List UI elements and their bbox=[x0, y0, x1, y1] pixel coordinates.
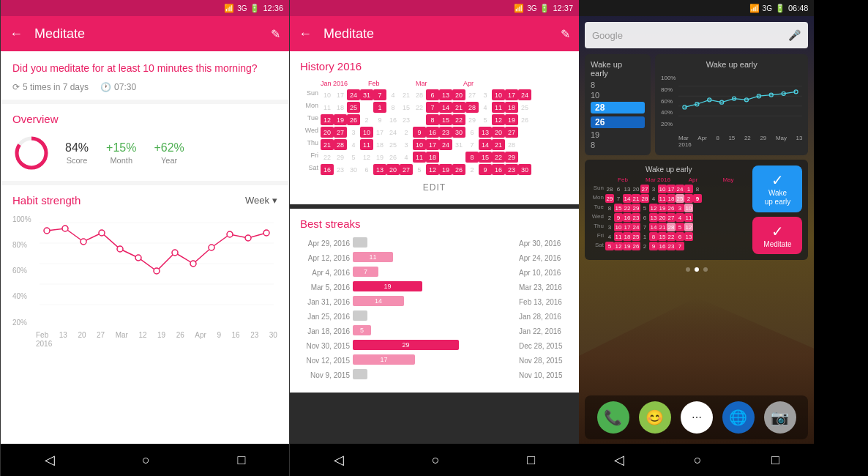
history-title: History 2016 bbox=[300, 60, 569, 72]
home-nav-3[interactable]: ○ bbox=[688, 447, 708, 474]
app-title-2: Meditate bbox=[323, 26, 561, 42]
back-button-2[interactable]: ← bbox=[299, 26, 312, 42]
streak-row-4: Mar 5, 2016 19 Mar 23, 2016 bbox=[300, 281, 569, 293]
svg-point-15 bbox=[190, 261, 196, 267]
svg-point-18 bbox=[245, 235, 251, 241]
wake-chart-widget: Wake up early 100% 80% 60% 40% 20% bbox=[655, 54, 808, 155]
month-label: Month bbox=[106, 156, 136, 165]
svg-point-19 bbox=[263, 230, 269, 236]
cal-row-3: Tue 12 19 26 2 9 16 23 8 15 22 29 5 12 1… bbox=[300, 114, 569, 125]
cal-widget-section: Wake up early Feb Mar 2016 Apr May Sun 2… bbox=[579, 160, 814, 260]
panel-1: 📶 3G 🔋 12:36 ← Meditate ✎ Did you medita… bbox=[0, 0, 289, 476]
question-meta: ⟳ 5 times in 7 days 🕐 07:30 bbox=[12, 82, 277, 92]
cal-row-6: Fri 22 29 5 12 19 26 4 11 18 8 15 22 29 bbox=[300, 152, 569, 163]
chart-area-3: 100% 80% 60% 40% 20% bbox=[661, 72, 802, 133]
cal-w-row-fri: Fri 4 11 18 25 1 8 15 22 6 13 bbox=[591, 232, 747, 241]
streak-row-10: Nov 9, 2015 Nov 10, 2015 bbox=[300, 369, 569, 381]
year-label: Year bbox=[154, 156, 184, 165]
svg-point-8 bbox=[62, 226, 68, 231]
phone-dock-icon[interactable]: 📞 bbox=[597, 401, 629, 434]
recents-nav-2[interactable]: □ bbox=[521, 447, 541, 474]
edit-button-2[interactable]: ✎ bbox=[561, 27, 570, 41]
cal-row-5: Thu 21 28 4 11 18 25 3 10 17 24 31 7 14 … bbox=[300, 139, 569, 150]
signal-3g-1: 3G bbox=[237, 4, 247, 12]
page-dot-1 bbox=[686, 267, 690, 272]
meditate-app-button[interactable]: ✓ Meditate bbox=[752, 217, 802, 254]
svg-point-10 bbox=[99, 230, 105, 236]
p3-content: 📶 3G 🔋 06:48 Google 🎤 Wake upearly 8 10 … bbox=[579, 0, 814, 476]
back-nav-3[interactable]: ◁ bbox=[608, 446, 630, 474]
x-axis-year: 2016 bbox=[12, 340, 277, 348]
back-nav-2[interactable]: ◁ bbox=[328, 446, 350, 474]
panel-2: 📶 3G 🔋 12:37 ← Meditate ✎ History 2016 J… bbox=[289, 0, 579, 476]
svg-point-14 bbox=[172, 250, 178, 256]
wake-stats-widget: Wake upearly 8 10 28 26 19 8 bbox=[585, 54, 651, 155]
streak-row-8: Nov 30, 2015 29 Dec 28, 2015 bbox=[300, 340, 569, 352]
app-buttons-col: ✓ Wakeup early ✓ Meditate bbox=[752, 166, 802, 254]
cal-w-row-mon: Mon 29 7 14 21 28 4 11 18 25 2 9 bbox=[591, 194, 747, 203]
status-bar-3: 📶 3G 🔋 06:48 bbox=[579, 0, 814, 16]
cal-w-row-tue: Tue 8 15 22 29 5 12 19 26 3 10 bbox=[591, 204, 747, 212]
signal-3g-2: 3G bbox=[527, 4, 536, 12]
edit-calendar-button[interactable]: EDIT bbox=[300, 176, 569, 198]
google-search-bar[interactable]: Google 🎤 bbox=[585, 22, 808, 48]
svg-point-13 bbox=[154, 268, 160, 274]
status-icons-1: 📶 bbox=[224, 4, 234, 13]
recents-nav-1[interactable]: □ bbox=[231, 447, 251, 474]
widgets-row-top: Wake upearly 8 10 28 26 19 8 Wake up ear… bbox=[579, 54, 814, 155]
streak-row-9: Nov 12, 2015 17 Nov 28, 2015 bbox=[300, 354, 569, 366]
back-nav-1[interactable]: ◁ bbox=[39, 446, 61, 474]
checkmark-icon-wake: ✓ bbox=[760, 171, 795, 189]
cal-w-row-wed: Wed 2 9 16 23 6 13 20 27 4 11 bbox=[591, 213, 747, 222]
clock-icon: 🕐 bbox=[100, 82, 111, 92]
year-stat: +62% Year bbox=[154, 141, 184, 165]
battery-icon-3: 🔋 bbox=[775, 4, 785, 13]
streaks-card: Best streaks Apr 29, 2016 Apr 30, 2016 A… bbox=[290, 209, 579, 393]
chart-widget-title: Wake up early bbox=[661, 60, 802, 69]
apps-dock-icon[interactable]: ⋯ bbox=[681, 401, 713, 434]
svg-point-17 bbox=[227, 231, 233, 237]
battery-icon-2: 🔋 bbox=[539, 4, 550, 13]
google-logo: Google bbox=[592, 30, 788, 41]
wake-early-app-button[interactable]: ✓ Wakeup early bbox=[752, 166, 802, 212]
browser-dock-icon[interactable]: 🌐 bbox=[722, 401, 755, 434]
time-1: 12:36 bbox=[263, 4, 283, 12]
page-dots bbox=[579, 267, 814, 272]
question-card: Did you meditate for at least 10 minutes… bbox=[1, 51, 289, 100]
frequency-meta: ⟳ 5 times in 7 days bbox=[12, 82, 89, 92]
score-label: Score bbox=[65, 156, 89, 165]
back-button-1[interactable]: ← bbox=[10, 26, 23, 42]
streak-row-2: Apr 12, 2016 11 Apr 24, 2016 bbox=[300, 252, 569, 264]
calendar-grid: Jan 2016 Feb Mar Apr Sun 10 17 24 31 7 4… bbox=[300, 80, 569, 175]
mic-icon[interactable]: 🎤 bbox=[788, 29, 801, 41]
svg-point-9 bbox=[81, 239, 86, 245]
home-nav-2[interactable]: ○ bbox=[426, 447, 446, 474]
x-axis-labels: Feb132027Mar121926Apr9162330 bbox=[12, 331, 277, 339]
cal-w-row-sun: Sun 28 6 13 20 27 3 10 17 24 1 8 bbox=[591, 185, 747, 193]
status-bar-1: 📶 3G 🔋 12:36 bbox=[1, 0, 289, 16]
cal-widget-container: Wake up early Feb Mar 2016 Apr May Sun 2… bbox=[585, 160, 808, 260]
camera-dock-icon[interactable]: 📷 bbox=[764, 401, 796, 434]
svg-point-7 bbox=[44, 228, 50, 234]
home-nav-1[interactable]: ○ bbox=[136, 447, 156, 474]
streak-row-3: Apr 4, 2016 7 Apr 10, 2016 bbox=[300, 267, 569, 278]
overview-stats: 84% Score +15% Month +62% Year bbox=[12, 134, 277, 172]
wake-widget-title: Wake upearly bbox=[591, 60, 645, 78]
habit-card: Habit strength Week ▾ 100% 80% 60% 40% 2… bbox=[1, 185, 289, 444]
nav-bar-2: ◁ ○ □ bbox=[290, 444, 579, 476]
chart-svg-3 bbox=[678, 72, 802, 130]
chat-dock-icon[interactable]: 😊 bbox=[639, 401, 671, 434]
week-selector[interactable]: Week ▾ bbox=[245, 195, 277, 206]
edit-button-1[interactable]: ✎ bbox=[271, 27, 280, 41]
chart-x-labels: MarApr8152229May13 bbox=[661, 135, 802, 141]
overview-card: Overview 84% Score +15% Month +62% bbox=[1, 104, 289, 181]
month-stat: +15% Month bbox=[106, 141, 136, 165]
score-value: 84% bbox=[65, 141, 89, 155]
recents-nav-3[interactable]: □ bbox=[766, 447, 785, 474]
status-icons-3: 📶 bbox=[749, 4, 760, 13]
question-text: Did you meditate for at least 10 minutes… bbox=[12, 62, 277, 76]
y-axis-labels: 100% 80% 60% 40% 20% bbox=[12, 212, 31, 330]
status-icons-2: 📶 bbox=[514, 4, 524, 13]
panel-3: 📶 3G 🔋 06:48 Google 🎤 Wake upearly 8 10 … bbox=[579, 0, 814, 476]
signal-3g-3: 3G bbox=[763, 4, 772, 12]
